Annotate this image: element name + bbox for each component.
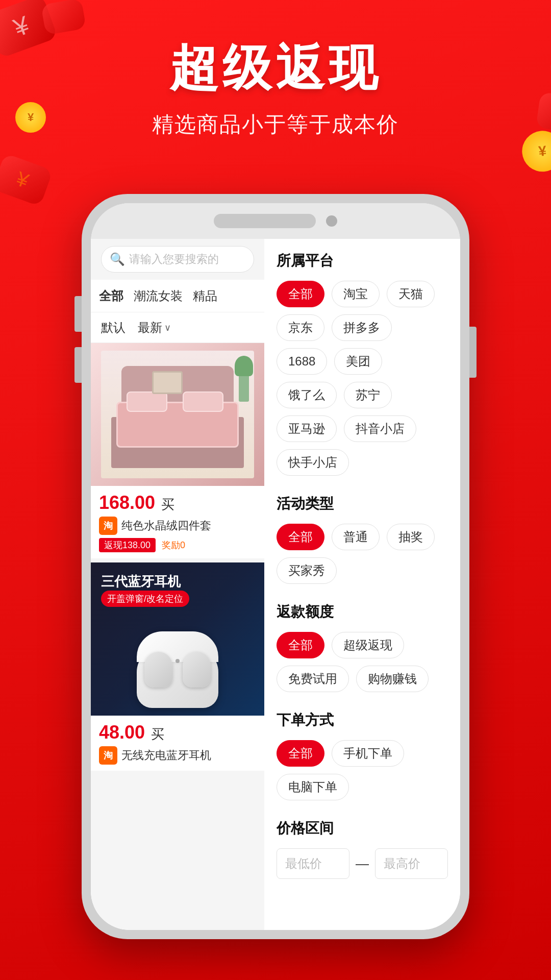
order-filter-tags: 全部 手机下单 电脑下单 (277, 740, 448, 800)
platform-tag-tmall[interactable]: 天猫 (387, 281, 435, 307)
price-min-placeholder: 最低价 (285, 855, 322, 872)
order-filter-section: 下单方式 全部 手机下单 电脑下单 (277, 710, 448, 800)
category-tabs: 全部 潮流女装 精品 (91, 280, 264, 312)
platform-filter-tags: 全部 淘宝 天猫 京东 拼多多 1688 美团 饿了么 苏宁 亚马逊 抖音小店 … (277, 281, 448, 476)
activity-filter-tags: 全部 普通 抽奖 买家秀 (277, 524, 448, 584)
product-image-1 (91, 343, 264, 486)
search-placeholder: 请输入您要搜索的 (129, 252, 219, 267)
earbuds-case (132, 626, 223, 708)
phone-btn-volume-down (74, 347, 82, 383)
cashback-filter-title: 返款额度 (277, 602, 448, 622)
activity-filter-title: 活动类型 (277, 494, 448, 513)
sort-bar: 默认 最新 ∨ (91, 312, 264, 343)
price-filter-title: 价格区间 (277, 819, 448, 838)
cashback-tag-earn[interactable]: 购物赚钱 (356, 666, 429, 692)
buy-label-1: 买 (161, 496, 174, 513)
platform-tag-meituan[interactable]: 美团 (334, 348, 382, 375)
cashback-tag-1: 返现138.00 (99, 538, 156, 552)
product-name-1: 纯色水晶绒四件套 (121, 518, 211, 533)
phone-camera (326, 215, 337, 227)
cashback-tag-free-trial[interactable]: 免费试用 (277, 666, 349, 692)
tab-all[interactable]: 全部 (99, 288, 123, 304)
activity-tag-lottery[interactable]: 抽奖 (387, 524, 435, 550)
activity-filter-section: 活动类型 全部 普通 抽奖 买家秀 (277, 494, 448, 584)
platform-tag-taobao[interactable]: 淘宝 (332, 281, 380, 307)
cashback-filter-tags: 全部 超级返现 免费试用 购物赚钱 (277, 632, 448, 692)
earbuds-image: 三代蓝牙耳机 开盖弹窗/改名定位 (91, 562, 264, 716)
cashback-filter-section: 返款额度 全部 超级返现 免费试用 购物赚钱 (277, 602, 448, 692)
tab-premium[interactable]: 精品 (193, 288, 217, 304)
cashback-row-1: 返现138.00 奖励0 (99, 538, 256, 552)
earbuds-badge: 开盖弹窗/改名定位 (101, 591, 189, 607)
activity-tag-buyer-show[interactable]: 买家秀 (277, 557, 337, 584)
price-separator: — (356, 856, 369, 872)
search-icon: 🔍 (110, 252, 124, 266)
earbuds-title: 三代蓝牙耳机 (101, 573, 181, 591)
price-row-1: 168.00 买 (99, 492, 256, 513)
main-title: 超级返现 (0, 41, 551, 95)
sort-newest[interactable]: 最新 ∨ (138, 320, 171, 336)
platform-tag-eleme[interactable]: 饿了么 (277, 382, 337, 408)
product-image-2: 三代蓝牙耳机 开盖弹窗/改名定位 (91, 562, 264, 716)
right-panel: 所属平台 全部 淘宝 天猫 京东 拼多多 1688 美团 饿了么 苏宁 亚马逊 (264, 239, 460, 930)
search-input-box[interactable]: 🔍 请输入您要搜索的 (101, 246, 254, 273)
product-card-2[interactable]: 三代蓝牙耳机 开盖弹窗/改名定位 (91, 562, 264, 771)
platform-tag-1: 淘 (99, 517, 117, 535)
reward-tag-1: 奖励0 (162, 539, 185, 551)
order-tag-pc[interactable]: 电脑下单 (277, 774, 349, 800)
phone-screen: 🔍 请输入您要搜索的 全部 潮流女装 精品 默认 最新 ∨ (91, 239, 460, 930)
price-range-row: 最低价 — 最高价 (277, 848, 448, 879)
price-1: 168.00 (99, 492, 155, 513)
phone-btn-volume-up (74, 296, 82, 332)
sort-default[interactable]: 默认 (101, 320, 126, 336)
phone-outer: 🔍 请输入您要搜索的 全部 潮流女装 精品 默认 最新 ∨ (82, 194, 469, 939)
platform-tag-kuaishou[interactable]: 快手小店 (277, 449, 349, 476)
sort-arrow: ∨ (164, 322, 171, 333)
cashback-tag-super[interactable]: 超级返现 (332, 632, 404, 658)
buy-label-2: 买 (151, 725, 164, 743)
deco-coin-1: ¥ (538, 143, 547, 160)
phone-notch (214, 214, 316, 228)
cashback-tag-all[interactable]: 全部 (277, 632, 324, 658)
product-card-1[interactable]: 168.00 买 淘 纯色水晶绒四件套 返现138.00 奖励0 (91, 343, 264, 558)
platform-filter-title: 所属平台 (277, 251, 448, 271)
sub-title: 精选商品小于等于成本价 (0, 110, 551, 139)
price-2: 48.00 (99, 722, 145, 743)
phone-inner: 🔍 请输入您要搜索的 全部 潮流女装 精品 默认 最新 ∨ (91, 203, 460, 930)
bed-image (91, 343, 264, 486)
activity-tag-all[interactable]: 全部 (277, 524, 324, 550)
left-panel: 🔍 请输入您要搜索的 全部 潮流女装 精品 默认 最新 ∨ (91, 239, 264, 930)
header-area: 超级返现 精选商品小于等于成本价 (0, 0, 551, 139)
product-name-row-2: 淘 无线充电蓝牙耳机 (99, 746, 256, 765)
order-tag-mobile[interactable]: 手机下单 (332, 740, 404, 767)
price-max-placeholder: 最高价 (384, 855, 420, 872)
platform-tag-jd[interactable]: 京东 (277, 314, 324, 341)
bed-illustration (101, 351, 254, 478)
tab-fashion[interactable]: 潮流女装 (134, 288, 183, 304)
product-info-1: 168.00 买 淘 纯色水晶绒四件套 返现138.00 奖励0 (91, 486, 264, 558)
order-tag-all[interactable]: 全部 (277, 740, 324, 767)
price-filter-section: 价格区间 最低价 — 最高价 (277, 819, 448, 879)
product-name-2: 无线充电蓝牙耳机 (121, 748, 211, 763)
product-name-row-1: 淘 纯色水晶绒四件套 (99, 517, 256, 535)
platform-filter-section: 所属平台 全部 淘宝 天猫 京东 拼多多 1688 美团 饿了么 苏宁 亚马逊 (277, 251, 448, 476)
activity-tag-normal[interactable]: 普通 (332, 524, 380, 550)
platform-tag-suning[interactable]: 苏宁 (344, 382, 392, 408)
phone-mockup: 🔍 请输入您要搜索的 全部 潮流女装 精品 默认 最新 ∨ (82, 194, 469, 939)
platform-tag-douyin[interactable]: 抖音小店 (344, 415, 416, 442)
phone-btn-power (469, 327, 477, 378)
product-info-2: 48.00 买 淘 无线充电蓝牙耳机 (91, 716, 264, 771)
order-filter-title: 下单方式 (277, 710, 448, 730)
price-row-2: 48.00 买 (99, 722, 256, 743)
platform-tag-amazon[interactable]: 亚马逊 (277, 415, 337, 442)
platform-tag-all[interactable]: 全部 (277, 281, 324, 307)
phone-notch-bar (91, 203, 460, 239)
product-list: 168.00 买 淘 纯色水晶绒四件套 返现138.00 奖励0 (91, 343, 264, 930)
deco-yuan-4: ¥ (13, 167, 32, 192)
platform-tag-1688[interactable]: 1688 (277, 348, 327, 375)
search-bar: 🔍 请输入您要搜索的 (91, 239, 264, 280)
platform-tag-pdd[interactable]: 拼多多 (332, 314, 392, 341)
platform-tag-2: 淘 (99, 746, 117, 765)
price-min-input[interactable]: 最低价 (277, 848, 349, 879)
price-max-input[interactable]: 最高价 (375, 848, 448, 879)
